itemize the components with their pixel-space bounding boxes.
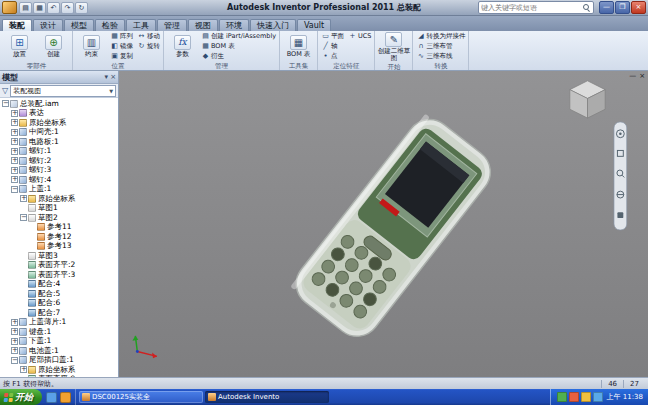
tray-icon-0[interactable] <box>557 392 567 402</box>
tree-item[interactable]: 草图1 <box>0 204 118 214</box>
tab-设计[interactable]: 设计 <box>33 19 63 31</box>
button-阵列[interactable]: ▦阵列 <box>109 31 134 41</box>
tab-检验[interactable]: 检验 <box>95 19 125 31</box>
tree-item[interactable]: 配合:5 <box>0 289 118 299</box>
tree-item[interactable]: 参考13 <box>0 242 118 252</box>
button-创建二维草图[interactable]: ✎创建二维草图 <box>377 31 410 63</box>
button-平面[interactable]: ▭平面 <box>320 31 345 41</box>
filter-icon[interactable]: ▽ <box>2 86 8 95</box>
expand-icon[interactable]: + <box>11 138 18 145</box>
close-button[interactable]: × <box>631 1 646 14</box>
viewport[interactable]: — × <box>119 71 648 377</box>
browser-close-icon[interactable]: × <box>110 73 116 81</box>
tree-item[interactable]: 配合:7 <box>0 308 118 318</box>
print-icon[interactable]: ▦ <box>33 2 46 14</box>
button-创建 iPart/iAssembly[interactable]: ▤创建 iPart/iAssembly <box>200 31 277 41</box>
tree-item[interactable]: +螺钉:2 <box>0 156 118 166</box>
save-icon[interactable]: ▤ <box>19 2 32 14</box>
look-at-icon[interactable] <box>617 212 623 218</box>
collapse-icon[interactable]: − <box>11 357 18 364</box>
tab-模型[interactable]: 模型 <box>64 19 94 31</box>
button-轴[interactable]: ╱轴 <box>320 41 345 51</box>
tree-item[interactable]: +原始坐标系 <box>0 194 118 204</box>
expand-icon[interactable]: + <box>11 347 18 354</box>
expand-icon[interactable]: + <box>20 366 27 373</box>
collapse-icon[interactable]: − <box>11 186 18 193</box>
button-UCS[interactable]: +UCS <box>347 31 372 41</box>
tree-item[interactable]: 配合:6 <box>0 299 118 309</box>
restore-button[interactable]: ❐ <box>615 1 630 14</box>
tab-快速入门[interactable]: 快速入门 <box>250 19 296 31</box>
button-三维布线[interactable]: ∿三维布线 <box>415 51 466 61</box>
expand-icon[interactable]: + <box>11 167 18 174</box>
button-转换为焊接件[interactable]: ◢转换为焊接件 <box>415 31 466 41</box>
tree-item[interactable]: 参考12 <box>0 232 118 242</box>
tree-item[interactable]: +电池盖:1 <box>0 346 118 356</box>
tree-item[interactable]: +中间壳:1 <box>0 128 118 138</box>
expand-icon[interactable]: + <box>11 110 18 117</box>
tree-item[interactable]: +键盘:1 <box>0 327 118 337</box>
tree-item[interactable]: 草图3 <box>0 251 118 261</box>
tree-item[interactable]: +螺钉:3 <box>0 166 118 176</box>
tree-item[interactable]: +下盖:1 <box>0 337 118 347</box>
undo-icon[interactable]: ↶ <box>47 2 60 14</box>
tab-Vault[interactable]: Vault <box>297 19 331 31</box>
collapse-icon[interactable]: − <box>20 214 27 221</box>
button-点[interactable]: •点 <box>320 51 345 61</box>
update-icon[interactable]: ↻ <box>75 2 88 14</box>
collapse-icon[interactable]: − <box>2 100 9 107</box>
tab-环境[interactable]: 环境 <box>219 19 249 31</box>
expand-icon[interactable]: + <box>11 338 18 345</box>
tray-icon-3[interactable] <box>593 392 603 402</box>
doc-close-icon[interactable]: × <box>639 72 645 80</box>
tree-item[interactable]: 参考11 <box>0 223 118 233</box>
tab-视图[interactable]: 视图 <box>188 19 218 31</box>
expand-icon[interactable]: + <box>11 176 18 183</box>
tree-item[interactable]: +上盖薄片:1 <box>0 318 118 328</box>
tree-item[interactable]: +螺钉:1 <box>0 147 118 157</box>
expand-icon[interactable]: + <box>20 195 27 202</box>
tree-item[interactable]: +电路板:1 <box>0 137 118 147</box>
start-button[interactable]: 开始 <box>0 389 42 405</box>
button-BOM 表[interactable]: ▦BOM 表 <box>282 34 315 59</box>
button-旋转[interactable]: ↻旋转 <box>136 41 161 51</box>
tree-item[interactable]: +原始坐标系 <box>0 118 118 128</box>
task-button[interactable]: Autodesk Invento <box>205 391 329 403</box>
button-约束[interactable]: ▥约束 <box>75 34 108 59</box>
tree-item[interactable]: −上盖:1 <box>0 185 118 195</box>
button-衍生[interactable]: ◆衍生 <box>200 51 277 61</box>
button-复制[interactable]: ▣复制 <box>109 51 134 61</box>
expand-icon[interactable]: + <box>11 129 18 136</box>
expand-icon[interactable]: + <box>11 328 18 335</box>
browser-menu-icon[interactable]: ▾ <box>105 73 109 81</box>
button-移动[interactable]: ↔移动 <box>136 31 161 41</box>
tree-item[interactable]: 表面齐平:2 <box>0 261 118 271</box>
browser-view-dropdown[interactable]: 装配视图 ▼ <box>10 85 116 97</box>
tray-icon-1[interactable] <box>569 392 579 402</box>
tab-管理[interactable]: 管理 <box>157 19 187 31</box>
button-放置[interactable]: ⊞放置 <box>3 34 36 59</box>
button-创建[interactable]: ⊕创建 <box>37 34 70 59</box>
tray-icon-2[interactable] <box>581 392 591 402</box>
quick-launch-icon-0[interactable] <box>46 392 57 403</box>
tree-item[interactable]: −草图2 <box>0 213 118 223</box>
expand-icon[interactable]: + <box>11 148 18 155</box>
expand-icon[interactable]: + <box>11 119 18 126</box>
redo-icon[interactable]: ↷ <box>61 2 74 14</box>
tree-item[interactable]: −尾部插口盖:1 <box>0 356 118 366</box>
tree-item[interactable]: 配合:4 <box>0 280 118 290</box>
expand-icon[interactable]: + <box>11 319 18 326</box>
application-menu-icon[interactable] <box>2 1 17 14</box>
viewcube[interactable] <box>570 81 605 118</box>
task-button[interactable]: DSC00125实装全 <box>79 391 203 403</box>
phone-model[interactable] <box>287 110 500 346</box>
quick-launch-icon-1[interactable] <box>60 392 71 403</box>
search-icon[interactable] <box>583 4 591 12</box>
tree-item[interactable]: −总装配.iam <box>0 99 118 109</box>
tab-装配[interactable]: 装配 <box>2 19 32 31</box>
tree-item[interactable]: 表面齐平:3 <box>0 270 118 280</box>
minimize-button[interactable]: — <box>599 1 614 14</box>
button-参数[interactable]: fx参数 <box>166 34 199 59</box>
button-镜像[interactable]: ◧镜像 <box>109 41 134 51</box>
tree-item[interactable]: +原始坐标系 <box>0 365 118 375</box>
